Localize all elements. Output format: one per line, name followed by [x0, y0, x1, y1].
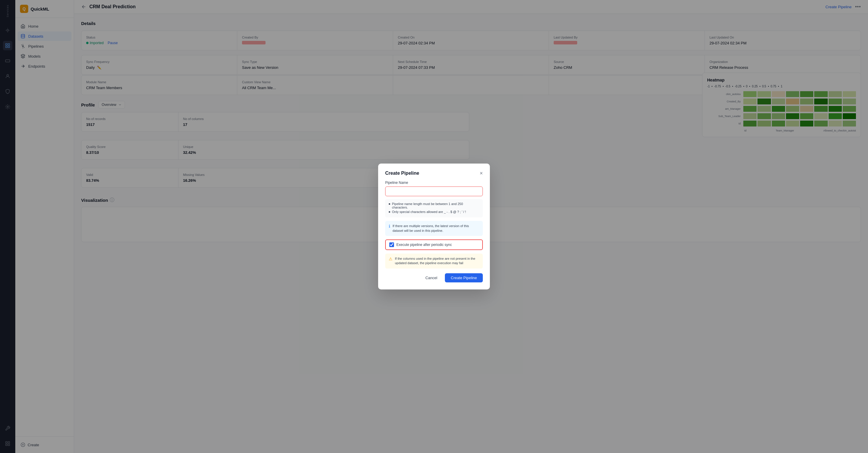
modal-hints: Pipeline name length must be between 1 a… [385, 199, 483, 217]
hint-1: Pipeline name length must be between 1 a… [389, 202, 479, 209]
hint-2: Only special characters allowed are _ - … [389, 210, 479, 214]
warning-icon: ⚠ [389, 256, 393, 261]
hint-text-2: Only special characters allowed are _ - … [392, 210, 466, 214]
modal-footer: Cancel Create Pipeline [385, 273, 483, 282]
warning-box: ⚠ If the columns used in the pipeline ar… [385, 253, 483, 269]
create-pipeline-submit-button[interactable]: Create Pipeline [445, 273, 483, 282]
modal-overlay[interactable]: Create Pipeline × Pipeline Name Pipeline… [0, 0, 868, 453]
create-pipeline-modal: Create Pipeline × Pipeline Name Pipeline… [378, 163, 490, 290]
modal-info-box: ℹ If there are multiple versions, the la… [385, 221, 483, 236]
modal-close-button[interactable]: × [479, 171, 483, 176]
pipeline-name-input[interactable] [385, 186, 483, 196]
execute-pipeline-label: Execute pipeline after periodic sync [396, 243, 452, 247]
cancel-button[interactable]: Cancel [421, 273, 442, 282]
info-text: If there are multiple versions, the late… [393, 224, 479, 233]
pipeline-name-label: Pipeline Name [385, 181, 483, 185]
warning-text: If the columns used in the pipeline are … [395, 256, 479, 266]
hint-text-1: Pipeline name length must be between 1 a… [392, 202, 479, 209]
hint-dot-1 [389, 203, 390, 205]
hint-dot-2 [389, 211, 390, 213]
info-icon: ℹ [389, 224, 390, 229]
execute-pipeline-checkbox-row[interactable]: Execute pipeline after periodic sync [385, 239, 483, 250]
execute-pipeline-checkbox[interactable] [389, 242, 394, 247]
modal-title: Create Pipeline [385, 171, 419, 176]
modal-header: Create Pipeline × [385, 171, 483, 176]
